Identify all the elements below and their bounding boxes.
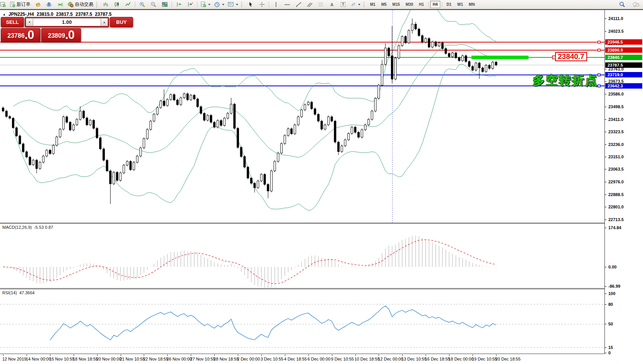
time-label: 22 Nov 18:55 [143, 357, 168, 361]
fibonacci-icon [318, 2, 324, 7]
panel-separator[interactable] [0, 223, 604, 224]
candle-body [485, 65, 487, 71]
candle-body [22, 144, 24, 152]
candle-body [52, 145, 54, 154]
line-chart-button[interactable] [123, 0, 133, 9]
toolbar-grip [96, 2, 99, 7]
candle-body [281, 144, 283, 153]
candle-body [391, 56, 393, 79]
timeframe-h4-button[interactable]: H4 [430, 1, 441, 8]
candle-body [177, 100, 178, 104]
toolbar-separator [428, 2, 429, 7]
price-line-badge: 23840.7 [605, 55, 642, 60]
chart-shift-button[interactable] [185, 0, 195, 9]
candle-body [173, 95, 175, 100]
time-tick [144, 354, 144, 356]
candle-body [46, 150, 48, 156]
candle-body [247, 167, 249, 178]
arrows-button[interactable] [349, 0, 362, 9]
chart-annotation-text[interactable]: 多空转折点 [533, 72, 598, 89]
channel-icon [307, 2, 313, 7]
timeframe-m15-button[interactable]: M15 [390, 1, 402, 8]
chart-canvas[interactable] [0, 0, 643, 364]
time-label: 13 Dec 10:55 [401, 357, 426, 361]
candle-body [438, 43, 440, 46]
new-order-button[interactable]: 新订单 [8, 0, 32, 9]
candlestick-button[interactable] [111, 0, 122, 9]
time-axis[interactable]: 12 Nov 201914 Nov 00:0015 Nov 10:5518 No… [0, 354, 604, 364]
panel-separator[interactable] [0, 288, 604, 289]
trendline-button[interactable] [293, 0, 304, 9]
sell-price: 23786 [7, 31, 25, 41]
price-callout-label[interactable]: 23840.7 [555, 52, 587, 61]
price-axis[interactable]: 24111.024023.523936.023761.023673.523586… [605, 10, 643, 354]
time-tick [214, 354, 215, 356]
templates-button[interactable] [226, 0, 240, 9]
timeframe-d1-button[interactable]: D1 [444, 1, 454, 8]
candle-body [458, 58, 460, 60]
vertical-line-button[interactable] [271, 0, 281, 9]
volume-increase-button[interactable]: ▲ [101, 18, 108, 26]
label-button[interactable]: T [338, 0, 348, 9]
candle-body [374, 98, 376, 111]
candle-body [76, 119, 78, 125]
buy-price-button[interactable]: 23809.0 [41, 28, 81, 42]
text-button[interactable]: A [327, 0, 337, 9]
signals-button[interactable] [55, 0, 66, 9]
candle-body [204, 113, 205, 120]
periodicity-button[interactable] [212, 0, 226, 9]
chart-window-top-edge [0, 9, 643, 10]
candle-body [291, 129, 293, 134]
axis-label: 22976.0 [608, 179, 624, 184]
bar-chart-button[interactable] [100, 0, 111, 9]
timeframe-m5-button[interactable]: M5 [379, 1, 389, 8]
candle-body [143, 139, 145, 148]
collapse-icon[interactable]: ▲ [3, 13, 6, 16]
metaeditor-button[interactable] [32, 0, 43, 9]
timeframe-mn-button[interactable]: MN [466, 1, 478, 8]
auto-scroll-button[interactable] [173, 0, 184, 9]
candle-body [126, 161, 128, 165]
volume-input[interactable] [33, 18, 101, 26]
tile-windows-button[interactable] [159, 0, 170, 9]
timeframe-h1-button[interactable]: H1 [416, 1, 427, 8]
candle-body [264, 174, 266, 185]
channel-button[interactable] [304, 0, 315, 9]
candle-body [2, 108, 4, 111]
candle-body [99, 138, 101, 149]
panel-separator[interactable] [0, 223, 604, 223]
toolbar-separator [197, 2, 197, 7]
horizontal-line-button[interactable] [282, 0, 293, 9]
candle-body [354, 127, 356, 132]
candle-body [93, 120, 94, 128]
candle-body [267, 185, 269, 191]
sell-price-button[interactable]: 23786.0 [1, 28, 40, 42]
timeframe-w1-button[interactable]: W1 [454, 1, 466, 8]
chart-shift-icon [187, 2, 193, 7]
crosshair-button[interactable] [256, 0, 267, 9]
indicators-button[interactable] [199, 0, 212, 9]
sell-button[interactable]: SELL [1, 17, 24, 27]
volume-decrease-button[interactable]: ▼ [26, 18, 33, 26]
timeframe-m30-button[interactable]: M30 [403, 1, 416, 8]
toolbar-grip [241, 2, 244, 7]
chart-window-button[interactable] [0, 0, 8, 9]
buy-button[interactable]: BUY [110, 17, 133, 27]
symbol-period: JPN225-,H4 [8, 12, 34, 17]
candle-body [311, 102, 313, 109]
fibonacci-button[interactable] [315, 0, 326, 9]
algo-trading-button[interactable]: 自动交易 [66, 0, 95, 9]
candle-body [408, 30, 410, 43]
toolbar-separator [135, 2, 135, 7]
timeframe-m1-button[interactable]: M1 [367, 1, 378, 8]
cursor-button[interactable] [245, 0, 256, 9]
axis-label: 24023.5 [608, 29, 624, 34]
search-button[interactable] [617, 0, 628, 9]
zoom-in-button[interactable] [137, 0, 148, 9]
panel-separator[interactable] [0, 289, 604, 289]
community-button[interactable] [44, 0, 54, 9]
chart-plus-icon [0, 2, 5, 7]
zoom-out-button[interactable] [148, 0, 159, 9]
chat-button[interactable] [631, 0, 641, 9]
candle-body [79, 111, 81, 119]
